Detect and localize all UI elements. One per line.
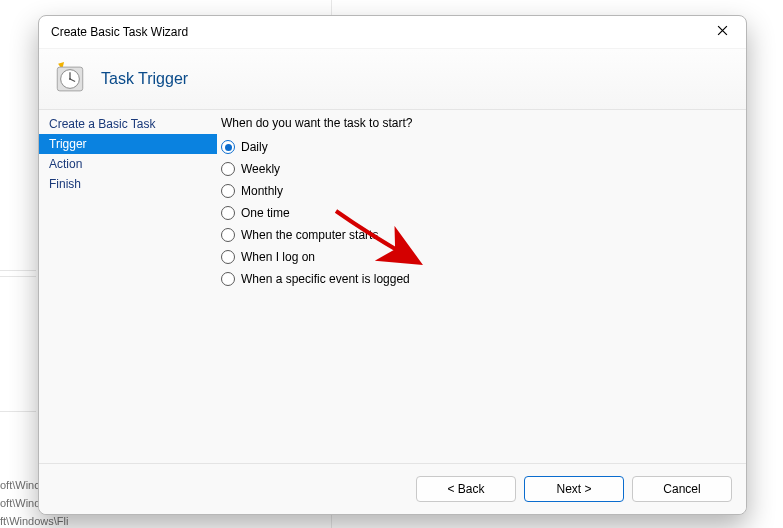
banner: Task Trigger <box>39 48 746 110</box>
radio-icon <box>221 162 235 176</box>
trigger-option-label: One time <box>241 206 290 220</box>
wizard-step[interactable]: Trigger <box>39 134 217 154</box>
bg-separator <box>0 270 36 271</box>
trigger-option[interactable]: One time <box>221 206 736 220</box>
trigger-option-label: Weekly <box>241 162 280 176</box>
radio-icon <box>221 228 235 242</box>
content-area: When do you want the task to start? Dail… <box>217 110 746 463</box>
trigger-option[interactable]: Daily <box>221 140 736 154</box>
trigger-option[interactable]: Monthly <box>221 184 736 198</box>
trigger-option-label: Daily <box>241 140 268 154</box>
trigger-option-label: When a specific event is logged <box>241 272 410 286</box>
titlebar: Create Basic Task Wizard <box>39 16 746 48</box>
window-title: Create Basic Task Wizard <box>51 25 188 39</box>
bg-separator <box>0 276 36 277</box>
radio-icon <box>221 140 235 154</box>
bg-path-fragment: ft\Windows\Fli <box>0 515 68 527</box>
bg-path-fragment: oft\Winc <box>0 479 40 491</box>
prompt-text: When do you want the task to start? <box>221 116 736 130</box>
cancel-button[interactable]: Cancel <box>632 476 732 502</box>
trigger-option-label: Monthly <box>241 184 283 198</box>
radio-icon <box>221 250 235 264</box>
wizard-step[interactable]: Action <box>39 154 217 174</box>
steps-sidebar: Create a Basic TaskTriggerActionFinish <box>39 110 217 463</box>
svg-point-4 <box>69 78 71 80</box>
close-icon <box>717 25 728 39</box>
wizard-step[interactable]: Create a Basic Task <box>39 114 217 134</box>
trigger-option[interactable]: When I log on <box>221 250 736 264</box>
trigger-option-label: When I log on <box>241 250 315 264</box>
radio-icon <box>221 184 235 198</box>
back-button[interactable]: < Back <box>416 476 516 502</box>
task-wizard-dialog: Create Basic Task Wizard Task Trigger Cr… <box>38 15 747 515</box>
trigger-option-label: When the computer starts <box>241 228 378 242</box>
page-title: Task Trigger <box>101 70 188 88</box>
clock-icon <box>53 62 87 96</box>
bg-separator <box>0 411 36 412</box>
wizard-body: Create a Basic TaskTriggerActionFinish W… <box>39 110 746 463</box>
radio-icon <box>221 206 235 220</box>
trigger-option[interactable]: When the computer starts <box>221 228 736 242</box>
radio-icon <box>221 272 235 286</box>
footer: < Back Next > Cancel <box>39 463 746 514</box>
close-button[interactable] <box>710 20 734 44</box>
trigger-option[interactable]: When a specific event is logged <box>221 272 736 286</box>
wizard-step[interactable]: Finish <box>39 174 217 194</box>
trigger-option[interactable]: Weekly <box>221 162 736 176</box>
next-button[interactable]: Next > <box>524 476 624 502</box>
trigger-options: DailyWeeklyMonthlyOne timeWhen the compu… <box>219 140 736 286</box>
